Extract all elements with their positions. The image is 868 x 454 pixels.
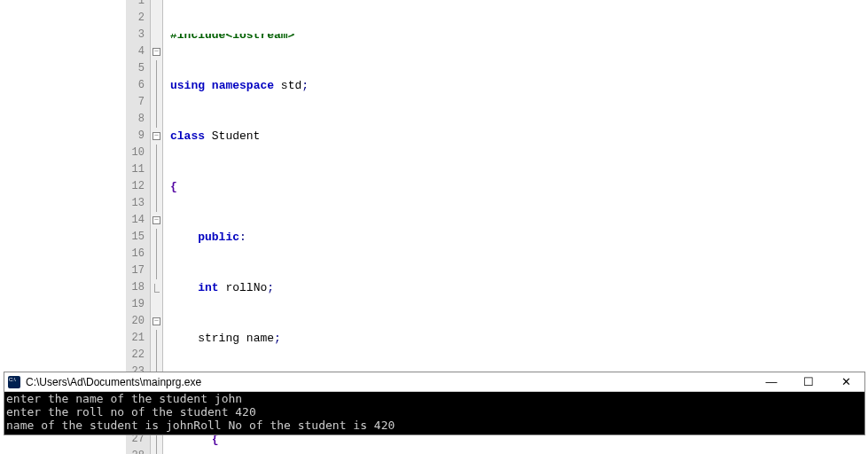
fold-toggle-icon[interactable]: − [152,132,160,140]
fold-toggle-icon[interactable]: − [152,48,160,56]
console-title-text: C:\Users\Ad\Documents\mainprg.exe [26,376,201,388]
console-app-icon [8,376,20,388]
console-line: name of the student is johnRoll No of th… [6,419,863,432]
console-line: enter the name of the student john [6,392,863,405]
console-output[interactable]: enter the name of the student johnenter … [4,392,864,434]
console-window[interactable]: C:\Users\Ad\Documents\mainprg.exe — ☐ ✕ … [4,372,865,435]
fold-toggle-icon[interactable]: − [152,216,160,224]
preprocessor-directive: #include<iostream> [170,34,294,42]
console-titlebar[interactable]: C:\Users\Ad\Documents\mainprg.exe — ☐ ✕ [4,372,864,392]
close-button[interactable]: ✕ [827,372,864,392]
fold-toggle-icon[interactable]: − [152,317,160,325]
maximize-button[interactable]: ☐ [790,372,827,392]
minimize-button[interactable]: — [753,372,790,392]
console-line: enter the roll no of the student 420 [6,405,863,419]
